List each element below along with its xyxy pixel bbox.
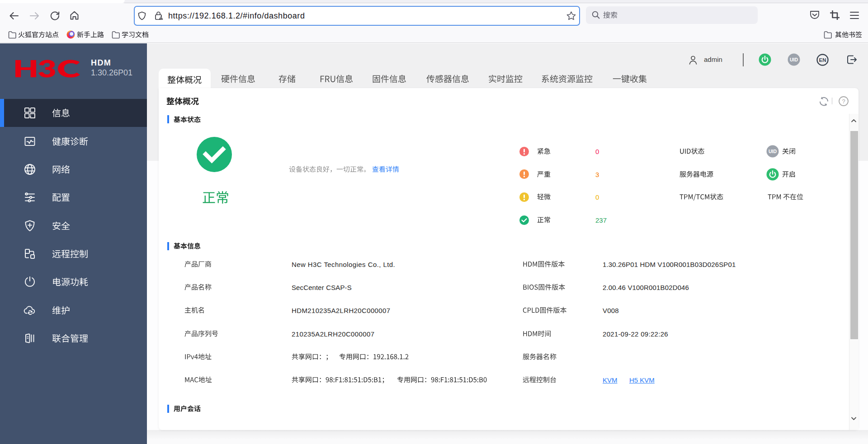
svg-text:UID: UID	[790, 57, 798, 62]
svg-text:UID: UID	[769, 149, 777, 154]
svg-text:EN: EN	[819, 57, 826, 63]
svg-text:?: ?	[842, 98, 845, 105]
